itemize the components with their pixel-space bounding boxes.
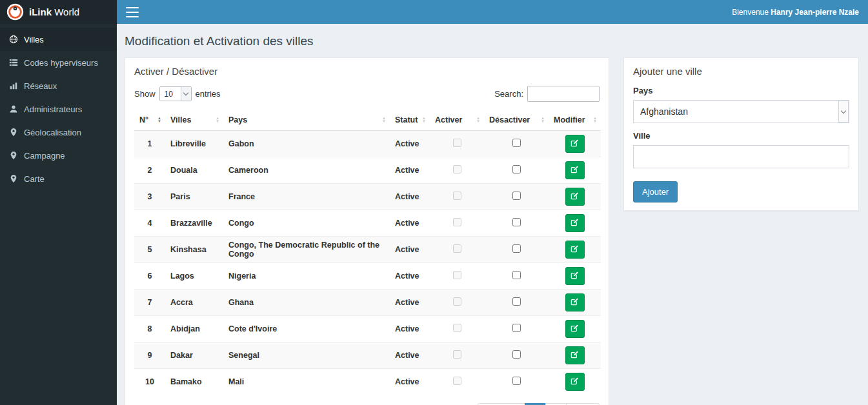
page-content: Modification et Activation des villes Ac… — [117, 24, 868, 405]
sort-arrows-icon: ▲▼ — [216, 117, 219, 123]
column-header-label: Modifier — [554, 115, 585, 124]
chart-icon — [8, 81, 18, 91]
cell-ville: Kinshasa — [165, 237, 223, 263]
table-row: 4BrazzavilleCongoActive — [134, 210, 601, 237]
modifier-button[interactable] — [565, 214, 585, 232]
brand-light: World — [54, 6, 79, 17]
pin-icon — [8, 128, 18, 137]
sidebar-item-administrateurs[interactable]: Administrateurs — [0, 97, 117, 121]
sidebar-item-villes[interactable]: Villes — [0, 28, 117, 51]
sidebar-item-campagne[interactable]: Campagne — [0, 144, 117, 167]
cell-pays: Nigeria — [223, 263, 390, 290]
activer-checkbox — [453, 139, 461, 147]
sidebar-item-label: Administrateurs — [24, 104, 82, 114]
cell-activer — [430, 316, 484, 342]
next-page-button[interactable]: Next — [566, 403, 600, 405]
cell-ville: Douala — [165, 157, 223, 184]
activer-checkbox — [453, 218, 461, 226]
desactiver-checkbox[interactable] — [512, 192, 521, 200]
sort-arrows-icon: ▲▼ — [476, 117, 480, 123]
cell-desactiver — [484, 131, 549, 157]
desactiver-checkbox[interactable] — [512, 271, 521, 279]
desactiver-checkbox[interactable] — [512, 377, 521, 385]
page-length-select[interactable]: 10 — [159, 86, 192, 101]
desactiver-checkbox[interactable] — [512, 139, 521, 147]
sidebar-item-codes-hyperviseurs[interactable]: Codes hyperviseurs — [0, 51, 117, 74]
activer-checkbox — [453, 350, 461, 359]
pays-select[interactable]: Afghanistan — [633, 100, 849, 123]
cell-activer — [430, 157, 484, 184]
modifier-button[interactable] — [565, 320, 585, 338]
sidebar-item-label: Villes — [24, 35, 44, 44]
pays-label: Pays — [633, 86, 849, 95]
sort-arrows-icon: ▲▼ — [422, 117, 426, 123]
modifier-button[interactable] — [565, 373, 585, 391]
cell-ville: Bamako — [165, 369, 223, 395]
cell-modifier — [549, 184, 601, 210]
table-footer: Showing 1 to 10 of 17 entries Previous 1… — [134, 403, 600, 405]
cell-pays: Senegal — [223, 342, 390, 369]
column-header-label: Désactiver — [489, 115, 530, 124]
sidebar-item-reseaux[interactable]: Réseaux — [0, 74, 117, 97]
welcome-text: Bienvenue Hanry Jean-pierre Nzale — [732, 8, 859, 17]
column-header-desactiver[interactable]: Désactiver▲▼ — [484, 110, 549, 131]
desactiver-checkbox[interactable] — [512, 165, 521, 173]
activer-checkbox — [453, 324, 461, 332]
sidebar-item-carte[interactable]: Carte — [0, 167, 117, 190]
column-header-modifier[interactable]: Modifier▲▼ — [549, 110, 601, 131]
edit-pencil-icon — [570, 218, 579, 228]
cell-ville: Accra — [165, 290, 223, 316]
desactiver-checkbox[interactable] — [512, 324, 521, 332]
previous-page-button[interactable]: Previous — [478, 403, 526, 405]
cell-modifier — [549, 342, 601, 369]
column-header-numero[interactable]: N°▲▼ — [134, 110, 165, 131]
sort-arrows-icon: ▲▼ — [382, 117, 386, 123]
column-header-pays[interactable]: Pays▲▼ — [223, 110, 390, 131]
desactiver-checkbox[interactable] — [512, 297, 521, 306]
desactiver-checkbox[interactable] — [512, 218, 521, 226]
pin-icon — [8, 151, 18, 161]
cell-activer — [430, 210, 484, 237]
modifier-button[interactable] — [565, 293, 585, 311]
ville-input[interactable] — [633, 145, 849, 168]
pagination: Previous 12 Next — [478, 403, 600, 405]
cell-desactiver — [484, 184, 549, 210]
column-header-label: Villes — [170, 115, 191, 124]
search-input[interactable] — [527, 86, 600, 102]
table-row: 5KinshasaCongo, The Democratic Republic … — [134, 237, 601, 263]
desactiver-checkbox[interactable] — [512, 244, 521, 253]
cell-desactiver — [484, 316, 549, 342]
topbar: Bienvenue Hanry Jean-pierre Nzale — [117, 0, 868, 24]
page-button-1[interactable]: 1 — [525, 403, 546, 405]
cell-modifier — [549, 237, 601, 263]
column-header-label: N° — [139, 115, 148, 124]
column-header-activer[interactable]: Activer▲▼ — [430, 110, 484, 131]
activer-checkbox — [453, 297, 461, 306]
page-button-2[interactable]: 2 — [545, 403, 567, 405]
sidebar-item-geolocalisation[interactable]: Géolocalisation — [0, 121, 117, 144]
cell-numero: 4 — [134, 210, 165, 237]
cell-statut: Active — [390, 237, 430, 263]
column-header-statut[interactable]: Statut▲▼ — [390, 110, 430, 131]
hamburger-menu-icon[interactable] — [126, 7, 139, 17]
cell-activer — [430, 342, 484, 369]
cell-modifier — [549, 316, 601, 342]
modifier-button[interactable] — [565, 346, 585, 364]
ajouter-button[interactable]: Ajouter — [633, 181, 678, 202]
desactiver-checkbox[interactable] — [512, 350, 521, 359]
modifier-button[interactable] — [565, 241, 585, 259]
modifier-button[interactable] — [565, 161, 585, 179]
activer-checkbox — [453, 271, 461, 279]
table-row: 1LibrevilleGabonActive — [134, 131, 601, 157]
table-row: 10BamakoMaliActive — [134, 369, 601, 395]
cell-pays: Cote d'Ivoire — [223, 316, 390, 342]
modifier-button[interactable] — [565, 267, 585, 285]
welcome-prefix: Bienvenue — [732, 8, 769, 17]
cell-pays: Congo, The Democratic Republic of the Co… — [223, 237, 390, 263]
cell-activer — [430, 184, 484, 210]
modifier-button[interactable] — [565, 188, 585, 206]
brand-title: iLink World — [29, 6, 79, 17]
modifier-button[interactable] — [565, 135, 585, 153]
column-header-villes[interactable]: Villes▲▼ — [165, 110, 223, 131]
cell-ville: Brazzaville — [165, 210, 223, 237]
